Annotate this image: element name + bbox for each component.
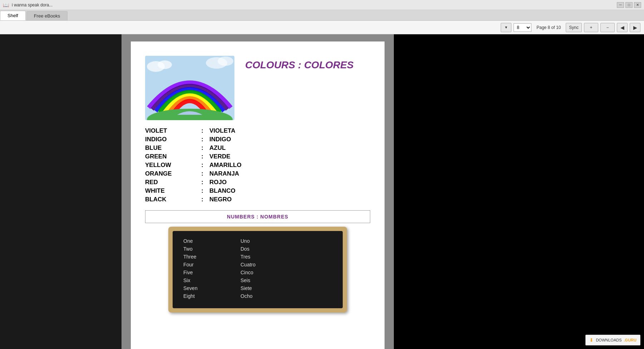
number-row: One Uno (183, 238, 332, 244)
chalkboard-container: One Uno Two Dos Three Tres Four Cuatro F… (145, 227, 370, 313)
page-top: COLOURS : COLORES (145, 56, 370, 120)
tab-shelf[interactable]: Shelf (0, 11, 26, 20)
reader-area[interactable]: COLOURS : COLORES VIOLET : VIOLETA INDIG… (122, 34, 394, 349)
color-list: VIOLET : VIOLETA INDIGO : INDIGO BLUE : … (145, 127, 370, 203)
number-row: Six Seis (183, 277, 332, 283)
tab-bar: Shelf Free eBooks (0, 10, 644, 21)
dropdown-button[interactable]: ▼ (501, 23, 511, 32)
num-spanish: Tres (241, 254, 250, 260)
number-row: Three Tres (183, 254, 332, 260)
num-spanish: Seis (241, 277, 250, 283)
number-row: Four Cuatro (183, 262, 332, 267)
numbers-section: NUMBERS : NOMBRES One Uno Two Dos Three … (145, 210, 370, 313)
color-colon: : (195, 136, 209, 143)
num-spanish: Siete (241, 285, 252, 291)
color-colon: : (195, 144, 209, 152)
page-select[interactable]: 8 (514, 23, 531, 32)
svg-point-4 (218, 56, 233, 66)
color-row: BLACK : NEGRO (145, 196, 370, 203)
app-window: 📖 i wanna speak dora... ─ □ ✕ Shelf Free… (0, 0, 644, 349)
tab-free-ebooks[interactable]: Free eBooks (26, 11, 68, 20)
download-icon: ⬇ (589, 337, 594, 343)
color-spanish: VIOLETA (209, 127, 235, 134)
color-spanish: NARANJA (209, 170, 239, 177)
rainbow-image (145, 56, 234, 120)
color-row: ORANGE : NARANJA (145, 170, 370, 177)
page-title-container: COLOURS : COLORES (245, 56, 353, 71)
number-row: Eight Ocho (183, 293, 332, 299)
color-spanish: NEGRO (209, 196, 232, 203)
right-panel (394, 34, 644, 349)
color-english: WHITE (145, 187, 195, 195)
prev-icon: ◀ (620, 25, 624, 30)
color-row: RED : ROJO (145, 179, 370, 186)
title-bar-buttons: ─ □ ✕ (617, 2, 641, 8)
color-row: WHITE : BLANCO (145, 187, 370, 195)
color-english: BLUE (145, 144, 195, 152)
close-button[interactable]: ✕ (634, 2, 641, 8)
color-colon: : (195, 170, 209, 177)
left-panel (0, 34, 122, 349)
num-english: Five (183, 270, 241, 275)
num-spanish: Cuatro (241, 262, 256, 267)
color-colon: : (195, 127, 209, 134)
num-english: Seven (183, 285, 241, 291)
color-english: INDIGO (145, 136, 195, 143)
num-spanish: Ocho (241, 293, 252, 299)
color-row: YELLOW : AMARILLO (145, 162, 370, 169)
page-content: COLOURS : COLORES VIOLET : VIOLETA INDIG… (131, 41, 385, 349)
main-area: COLOURS : COLORES VIOLET : VIOLETA INDIG… (0, 34, 644, 349)
color-colon: : (195, 179, 209, 186)
maximize-button[interactable]: □ (625, 2, 633, 8)
color-row: VIOLET : VIOLETA (145, 127, 370, 134)
color-row: GREEN : VERDE (145, 153, 370, 160)
num-english: Two (183, 246, 241, 252)
color-english: RED (145, 179, 195, 186)
zoom-in-button[interactable]: + (584, 23, 598, 32)
title-bar-left: 📖 i wanna speak dora... (3, 2, 53, 8)
color-colon: : (195, 187, 209, 195)
num-spanish: Dos (241, 246, 249, 252)
color-colon: : (195, 162, 209, 169)
toolbar: ▼ 8 Page 8 of 10 Sync + − ◀ ▶ (0, 21, 644, 34)
number-row: Five Cinco (183, 270, 332, 275)
next-page-button[interactable]: ▶ (630, 23, 640, 32)
num-english: Three (183, 254, 241, 260)
zoom-out-button[interactable]: − (600, 23, 615, 32)
color-spanish: ROJO (209, 179, 227, 186)
window-icon: 📖 (3, 2, 9, 8)
num-english: Eight (183, 293, 241, 299)
num-english: One (183, 238, 241, 244)
color-english: YELLOW (145, 162, 195, 169)
minimize-button[interactable]: ─ (617, 2, 624, 8)
color-spanish: AMARILLO (209, 162, 242, 169)
number-row: Two Dos (183, 246, 332, 252)
chevron-down-icon: ▼ (504, 25, 508, 29)
window-title: i wanna speak dora... (12, 3, 53, 8)
numbers-header-text: NUMBERS : NOMBRES (227, 214, 288, 220)
num-english: Four (183, 262, 241, 267)
num-spanish: Cinco (241, 270, 253, 275)
color-spanish: AZUL (209, 144, 226, 152)
downloads-suffix: .GURU (624, 338, 636, 342)
color-row: INDIGO : INDIGO (145, 136, 370, 143)
color-colon: : (195, 153, 209, 160)
color-spanish: VERDE (209, 153, 231, 160)
numbers-header: NUMBERS : NOMBRES (145, 210, 370, 223)
color-english: BLACK (145, 196, 195, 203)
color-english: ORANGE (145, 170, 195, 177)
color-english: VIOLET (145, 127, 195, 134)
page-title: COLOURS : COLORES (245, 56, 353, 71)
color-spanish: INDIGO (209, 136, 231, 143)
chalkboard-inner: One Uno Two Dos Three Tres Four Cuatro F… (173, 231, 343, 308)
sync-button[interactable]: Sync (566, 23, 582, 32)
chalkboard: One Uno Two Dos Three Tres Four Cuatro F… (168, 227, 347, 313)
color-english: GREEN (145, 153, 195, 160)
downloads-badge: ⬇ DOWNLOADS .GURU (585, 335, 640, 345)
color-spanish: BLANCO (209, 187, 236, 195)
title-bar: 📖 i wanna speak dora... ─ □ ✕ (0, 0, 644, 10)
num-spanish: Uno (241, 238, 250, 244)
prev-page-button[interactable]: ◀ (617, 23, 628, 32)
num-english: Six (183, 277, 241, 283)
downloads-text: DOWNLOADS (596, 338, 621, 342)
